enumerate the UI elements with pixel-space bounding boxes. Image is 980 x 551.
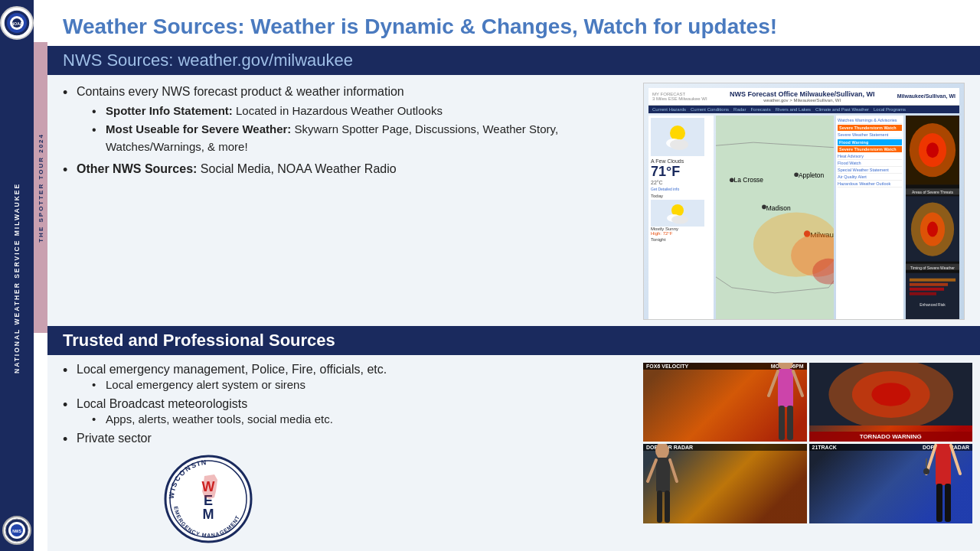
svg-point-62 [871,383,910,406]
nws-title: NWS Sources: weather.gov/milwaukee [63,51,353,70]
trusted-title: Trusted and Professional Sources [63,331,335,350]
page-title: Weather Sources: Weather is Dynamic & Ch… [63,9,965,40]
nws-sub-bullet-2: Most Useable for Severe Weather: Skywarn… [92,121,635,155]
svg-text:Appleton: Appleton [799,171,825,179]
svg-rect-67 [657,491,662,523]
svg-rect-44 [910,292,936,295]
svg-point-37 [927,221,938,236]
year-text: THE SPOTTER TOUR 2024 [38,133,44,243]
nws-mock-condition: A Few Clouds [651,158,711,164]
svg-text:NOAA: NOAA [11,21,23,26]
trusted-sub-bullet-1: Local emergency alert system or sirens [92,378,635,391]
svg-rect-70 [936,444,951,485]
nws-screenshot: MY FORECAST3 Miles ESE Milwaukee WI NWS … [643,83,965,320]
nws-mock-location: Milwaukee/Sullivan, WI [897,93,956,99]
svg-rect-73 [936,484,942,522]
nws-mock-title: NWS Forecast Office Milwaukee/Sullivan, … [730,90,875,98]
tv-grid: FOX6 VELOCITYMON 4:06PM [643,363,972,523]
tv-panel-3: DOPPLER RADAR [643,444,807,523]
nws-mock-temp: 71°F [651,164,711,180]
nws-left-panel: Contains every NWS forecast product & we… [63,83,635,320]
svg-rect-54 [778,369,793,407]
svg-line-72 [951,445,960,474]
svg-rect-68 [665,491,670,523]
svg-line-66 [670,460,677,481]
nws-url: weather.gov/milwaukee [173,51,353,70]
svg-rect-57 [779,406,785,440]
trusted-content: Local emergency management, Police, Fire… [47,355,980,551]
svg-text:Enhanced Risk: Enhanced Risk [920,302,946,306]
title-sub: Weather is Dynamic & Changes, Watch for … [245,15,777,38]
nws-section-header: NWS Sources: weather.gov/milwaukee [47,46,980,75]
nws-mock-temp-c: 22°C [651,180,711,185]
main-content: Weather Sources: Weather is Dynamic & Ch… [47,0,980,551]
trusted-bullet-3: Private sector [63,432,635,445]
sidebar-content: NOAA NATIONAL WEATHER SERVICE MILWAUKEE … [0,0,34,551]
svg-point-11 [670,139,688,150]
svg-point-31 [926,142,939,158]
svg-rect-74 [945,484,951,522]
trusted-left-panel: Local emergency management, Police, Fire… [63,363,635,548]
trusted-section-header: Trusted and Professional Sources [47,326,980,355]
svg-text:Areas of Severe Threats: Areas of Severe Threats [912,190,954,194]
svg-rect-42 [910,282,948,285]
tv-panel-2: TORNADO WARNING [809,363,973,442]
tv-panel-4: 21TRACKDOPPLER RADAR [809,444,973,523]
nws-bullet-2: Other NWS Sources: Social Media, NOAA We… [63,160,635,178]
svg-text:M: M [203,507,214,522]
header: Weather Sources: Weather is Dynamic & Ch… [47,0,980,46]
svg-point-9 [670,126,685,141]
title-main: Weather Sources: [63,15,245,38]
sidebar: THE SPOTTER TOUR 2024 NOAA NATIONAL WEAT… [0,0,47,551]
trusted-bullet-1: Local emergency management, Police, Fire… [63,363,635,391]
svg-text:La Crosse: La Crosse [734,176,764,184]
trusted-bullet-2: Local Broadcast meteorologists Apps, ale… [63,397,635,425]
svg-rect-58 [787,406,793,440]
svg-text:Madison: Madison [766,204,791,211]
svg-point-14 [671,216,688,224]
noaa-logo: NOAA [0,6,34,40]
sidebar-main-text: NATIONAL WEATHER SERVICE MILWAUKEE [13,40,21,516]
nws-sub-bullet-1: Spotter Info Statement: Located in Hazar… [92,103,635,120]
svg-line-56 [793,371,802,396]
nws-content: Contains every NWS forecast product & we… [47,75,980,326]
svg-text:NWS: NWS [12,529,21,533]
trusted-right-panel: FOX6 VELOCITYMON 4:06PM [643,363,965,548]
pink-text-area: THE SPOTTER TOUR 2024 [34,42,47,333]
wem-seal: WISCONSIN EMERGENCY MANAGEMENT W E M [162,453,254,545]
svg-rect-64 [656,458,670,492]
svg-line-55 [769,371,778,396]
nws-seal: NWS [2,516,31,545]
svg-text:Timing of Severe Weather: Timing of Severe Weather [910,265,955,269]
svg-rect-43 [910,287,944,290]
svg-point-75 [923,468,929,474]
svg-line-65 [648,460,656,481]
svg-rect-41 [910,278,956,281]
trusted-sub-bullet-2: Apps, alerts, weather tools, social medi… [92,412,635,425]
svg-point-63 [655,444,669,459]
nws-bullet-1: Contains every NWS forecast product & we… [63,83,635,156]
tv-panel-1: FOX6 VELOCITYMON 4:06PM [643,363,807,442]
nws-right-panel: MY FORECAST3 Miles ESE Milwaukee WI NWS … [643,83,965,320]
